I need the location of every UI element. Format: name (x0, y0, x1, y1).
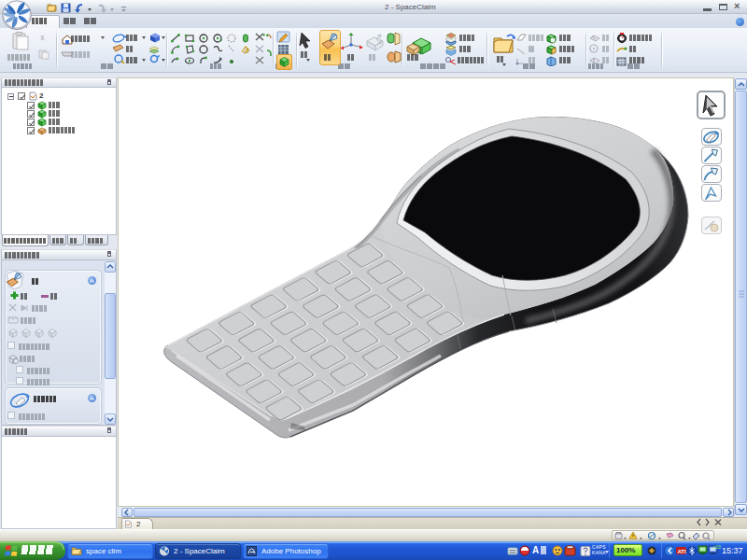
svg-text:ATI: ATI (677, 549, 686, 554)
